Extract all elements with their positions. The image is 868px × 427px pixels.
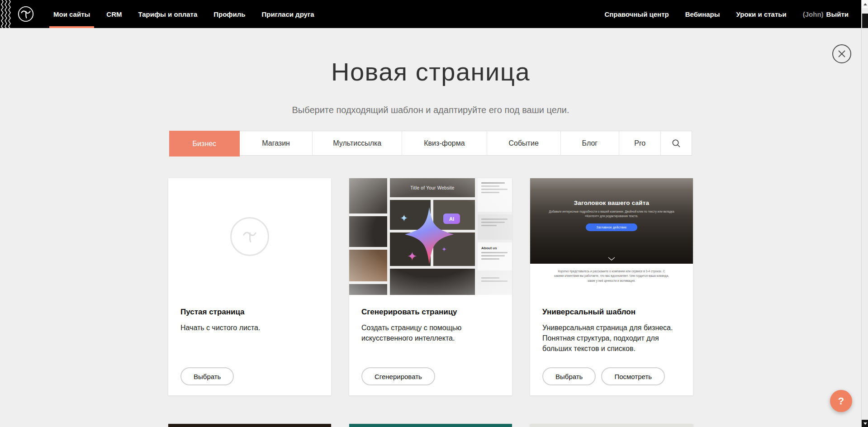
tilda-watermark-icon <box>230 217 269 256</box>
tab-search[interactable] <box>661 131 692 155</box>
choose-button[interactable]: Выбрать <box>180 367 234 385</box>
window-scrollbar[interactable] <box>861 0 868 427</box>
card-body: Сгенерировать страницу Создать страницу … <box>349 295 512 395</box>
card-actions: Выбрать Посмотреть <box>542 367 681 385</box>
main-menu: Мои сайты CRM Тарифы и оплата Профиль Пр… <box>53 0 331 28</box>
preview-button[interactable]: Посмотреть <box>601 367 665 385</box>
tab-event[interactable]: Событие <box>487 131 561 155</box>
page-title: Новая страница <box>0 57 861 86</box>
card-body: Пустая страница Начать с чистого листа. … <box>168 295 331 395</box>
template-card-peek[interactable] <box>530 424 693 427</box>
nav-item-lessons[interactable]: Уроки и статьи <box>736 0 787 28</box>
nav-item-help-center[interactable]: Справочный центр <box>604 0 669 28</box>
card-actions: Сгенерировать <box>361 367 500 385</box>
small-sparkle-icon: ✦ <box>441 246 447 252</box>
zigzag-decoration <box>0 0 12 28</box>
nav-item-my-sites[interactable]: Мои сайты <box>53 0 90 28</box>
template-category-tabs: Бизнес Магазин Мультиссылка Квиз-форма С… <box>169 131 692 156</box>
card-title: Универсальный шаблон <box>542 308 681 317</box>
scroll-down-icon <box>863 422 867 425</box>
blank-card-preview <box>168 178 331 295</box>
help-button[interactable]: ? <box>830 390 852 412</box>
scroll-up-icon <box>863 3 867 5</box>
app-window: Мои сайты CRM Тарифы и оплата Профиль Пр… <box>0 0 868 427</box>
template-cards-grid: Пустая страница Начать с чистого листа. … <box>168 178 693 395</box>
ai-badge: AI <box>443 214 460 224</box>
nav-item-crm[interactable]: CRM <box>106 0 122 28</box>
tab-multilink[interactable]: Мультиссылка <box>313 131 402 155</box>
card-title: Сгенерировать страницу <box>361 308 500 317</box>
user-name-label: (John) <box>803 10 824 18</box>
website-collage: Title of Your Website About us <box>349 178 512 295</box>
small-sparkle-icon: ✦ <box>400 214 408 223</box>
small-sparkle-icon: ✦ <box>407 251 417 263</box>
tab-business[interactable]: Бизнес <box>169 131 240 157</box>
card-body: Универсальный шаблон Универсальная стран… <box>530 295 693 395</box>
template-hero-section: Заголовок вашего сайта Добавьте интересн… <box>530 178 693 264</box>
tab-blog[interactable]: Блог <box>561 131 620 155</box>
template-text-section: Коротко представьтесь и расскажите о ком… <box>530 264 693 295</box>
template-cards-row2 <box>168 424 693 427</box>
card-description: Создать страницу с помощью искусственног… <box>361 323 500 343</box>
template-cta-button: Заглавное действие <box>586 223 637 231</box>
scrollbar-thumb[interactable] <box>862 14 868 28</box>
card-description: Начать с чистого листа. <box>180 323 319 333</box>
card-title: Пустая страница <box>180 308 319 317</box>
tab-quiz-form[interactable]: Квиз-форма <box>402 131 487 155</box>
page-subtitle: Выберите подходящий шаблон и адаптируйте… <box>0 105 861 115</box>
logout-link[interactable]: Выйти <box>826 10 849 18</box>
tab-pro[interactable]: Pro <box>619 131 661 155</box>
generate-button[interactable]: Сгенерировать <box>361 367 435 385</box>
tab-store[interactable]: Магазин <box>240 131 313 155</box>
search-icon <box>672 139 681 148</box>
nav-item-webinars[interactable]: Вебинары <box>685 0 720 28</box>
secondary-menu: Справочный центр Вебинары Уроки и статьи… <box>588 0 861 28</box>
choose-button[interactable]: Выбрать <box>542 367 596 385</box>
scroll-up-button[interactable] <box>862 0 868 8</box>
template-card-peek[interactable] <box>168 424 331 427</box>
chevron-down-icon <box>608 257 615 261</box>
ai-card-preview: Title of Your Website About us <box>349 178 512 295</box>
universal-card-preview: Заголовок вашего сайта Добавьте интересн… <box>530 178 693 295</box>
card-description: Универсальная страница для бизнеса. Поня… <box>542 323 681 354</box>
nav-item-pricing[interactable]: Тарифы и оплата <box>138 0 197 28</box>
template-card-blank: Пустая страница Начать с чистого листа. … <box>168 178 331 395</box>
nav-item-invite-friend[interactable]: Пригласи друга <box>261 0 314 28</box>
top-navbar: Мои сайты CRM Тарифы и оплата Профиль Пр… <box>0 0 861 28</box>
template-card-universal: Заголовок вашего сайта Добавьте интересн… <box>530 178 693 395</box>
template-hero-subtitle: Добавьте интересные подробности о вашей … <box>546 209 677 218</box>
card-actions: Выбрать <box>180 367 319 385</box>
template-card-ai: Title of Your Website About us <box>349 178 512 395</box>
tilda-logo[interactable] <box>17 5 34 23</box>
template-card-peek[interactable] <box>349 424 512 427</box>
template-hero-title: Заголовок вашего сайта <box>574 199 650 206</box>
template-paragraph: Коротко представьтесь и расскажите о ком… <box>553 269 670 295</box>
nav-item-profile[interactable]: Профиль <box>213 0 245 28</box>
scroll-down-button[interactable] <box>862 420 868 427</box>
